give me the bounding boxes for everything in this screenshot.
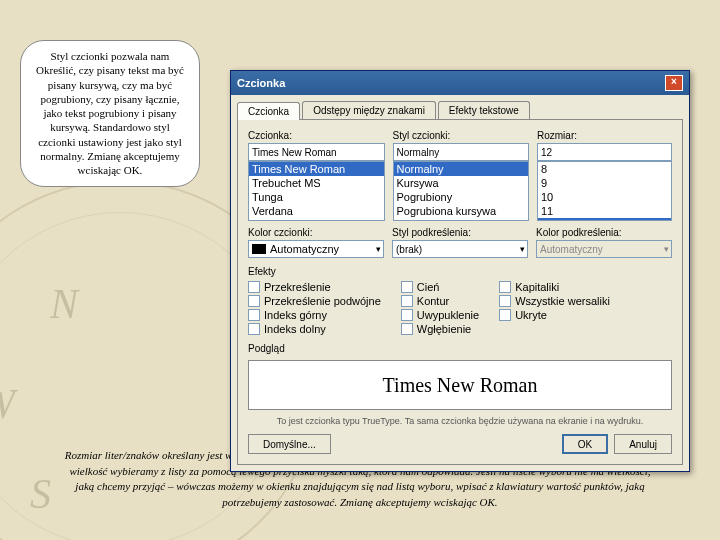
font-input[interactable] xyxy=(248,143,385,161)
titlebar[interactable]: Czcionka × xyxy=(231,71,689,95)
preview-label: Podgląd xyxy=(248,343,672,354)
default-button[interactable]: Domyślne... xyxy=(248,434,331,454)
underline-combo[interactable]: (brak) xyxy=(392,240,528,258)
list-item[interactable]: Verdana xyxy=(249,204,384,218)
list-item[interactable]: Trebuchet MS xyxy=(249,176,384,190)
size-list[interactable]: 8 9 10 11 12 xyxy=(537,161,672,221)
chk-dblstrike[interactable]: Przekreślenie podwójne xyxy=(248,295,381,307)
style-list[interactable]: Normalny Kursywa Pogrubiony Pogrubiona k… xyxy=(393,161,530,221)
list-item[interactable]: 9 xyxy=(538,176,671,190)
color-combo[interactable]: Automatyczny xyxy=(248,240,384,258)
chk-sub[interactable]: Indeks dolny xyxy=(248,323,381,335)
list-item[interactable]: 10 xyxy=(538,190,671,204)
list-item[interactable]: 12 xyxy=(538,218,671,221)
chk-emboss[interactable]: Uwypuklenie xyxy=(401,309,479,321)
style-input[interactable] xyxy=(393,143,530,161)
tab-effects[interactable]: Efekty tekstowe xyxy=(438,101,530,119)
list-item[interactable]: Tunga xyxy=(249,190,384,204)
chk-outline[interactable]: Kontur xyxy=(401,295,479,307)
size-input[interactable] xyxy=(537,143,672,161)
truetype-hint: To jest czcionka typu TrueType. Ta sama … xyxy=(248,416,672,426)
font-list[interactable]: Times New Roman Trebuchet MS Tunga Verda… xyxy=(248,161,385,221)
list-item[interactable]: Pogrubiona kursywa xyxy=(394,204,529,218)
dialog-title: Czcionka xyxy=(237,77,285,89)
compass-w: W xyxy=(0,380,15,428)
annotation-callout: Styl czcionki pozwala nam Określić, czy … xyxy=(20,40,200,187)
compass-n: N xyxy=(50,280,78,328)
preview-box: Times New Roman xyxy=(248,360,672,410)
label-color: Kolor czcionki: xyxy=(248,227,384,238)
close-button[interactable]: × xyxy=(665,75,683,91)
chk-hidden[interactable]: Ukryte xyxy=(499,309,610,321)
cancel-button[interactable]: Anuluj xyxy=(614,434,672,454)
label-underline-color: Kolor podkreślenia: xyxy=(536,227,672,238)
underline-color-combo: Automatyczny xyxy=(536,240,672,258)
label-underline: Styl podkreślenia: xyxy=(392,227,528,238)
chk-strike[interactable]: Przekreślenie xyxy=(248,281,381,293)
list-item[interactable]: 11 xyxy=(538,204,671,218)
list-item[interactable]: Kursywa xyxy=(394,176,529,190)
effects-label: Efekty xyxy=(248,266,672,277)
ok-button[interactable]: OK xyxy=(562,434,608,454)
compass-s: S xyxy=(30,470,51,518)
label-font: Czcionka: xyxy=(248,130,385,141)
list-item[interactable]: Times New Roman xyxy=(249,162,384,176)
list-item[interactable]: 8 xyxy=(538,162,671,176)
label-size: Rozmiar: xyxy=(537,130,672,141)
list-item[interactable]: Vrinda xyxy=(249,218,384,221)
list-item[interactable]: Pogrubiony xyxy=(394,190,529,204)
chk-shadow[interactable]: Cień xyxy=(401,281,479,293)
font-dialog: Czcionka × Czcionka Odstępy między znaka… xyxy=(230,70,690,472)
tab-spacing[interactable]: Odstępy między znakami xyxy=(302,101,436,119)
chk-engrave[interactable]: Wgłębienie xyxy=(401,323,479,335)
tab-font[interactable]: Czcionka xyxy=(237,102,300,120)
chk-allcaps[interactable]: Wszystkie wersaliki xyxy=(499,295,610,307)
label-style: Styl czcionki: xyxy=(393,130,530,141)
chk-smallcaps[interactable]: Kapitaliki xyxy=(499,281,610,293)
chk-super[interactable]: Indeks górny xyxy=(248,309,381,321)
list-item[interactable]: Normalny xyxy=(394,162,529,176)
